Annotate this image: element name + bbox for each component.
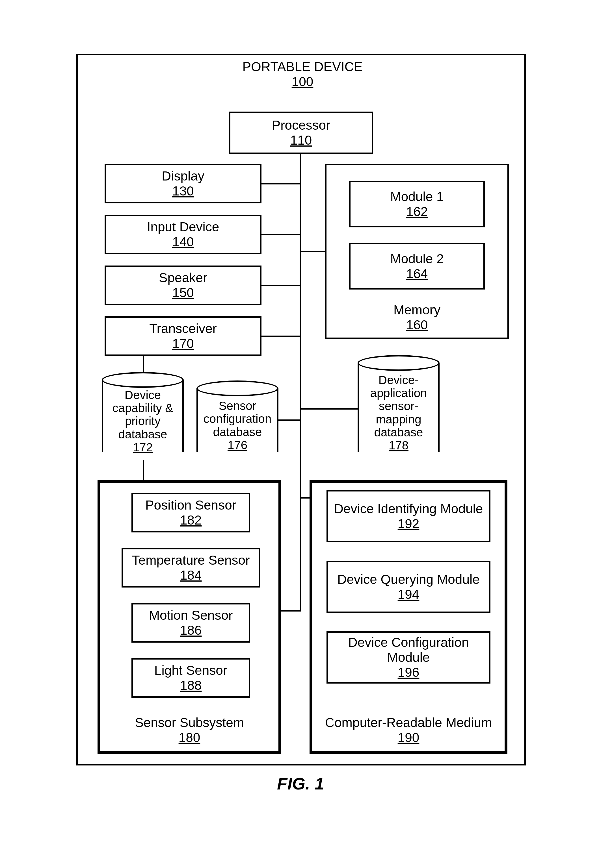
input-device-box: Input Device 140 (105, 215, 261, 254)
container-title-text: PORTABLE DEVICE (242, 59, 362, 74)
temp-num: 184 (180, 568, 202, 583)
conn-input (261, 234, 301, 235)
light-num: 188 (180, 678, 202, 693)
motion-title: Motion Sensor (149, 608, 233, 623)
devq-title: Device Querying Module (337, 572, 480, 587)
figure-caption: FIG. 1 (277, 774, 324, 794)
devid-num: 192 (398, 516, 419, 531)
processor-title: Processor (272, 118, 330, 133)
db-map-l5: database (374, 426, 423, 439)
db-cap-l4: database (118, 428, 167, 441)
input-title: Input Device (147, 220, 219, 234)
pos-title: Position Sensor (145, 498, 236, 513)
processor-num: 110 (290, 133, 312, 148)
module1-num: 162 (406, 204, 428, 219)
temp-title: Temperature Sensor (132, 553, 250, 568)
light-title: Light Sensor (154, 663, 227, 678)
conn-db-scfg (278, 420, 301, 421)
motion-sensor-box: Motion Sensor 186 (132, 603, 250, 643)
temperature-sensor-box: Temperature Sensor 184 (121, 548, 260, 587)
pos-num: 182 (180, 513, 202, 528)
device-identifying-module-box: Device Identifying Module 192 (326, 490, 491, 542)
conn-transceiver (261, 336, 301, 337)
db-map-l3: sensor- (379, 400, 418, 413)
conn-speaker (261, 285, 301, 286)
memory-num: 160 (406, 318, 428, 332)
sensorsub-num: 180 (179, 730, 200, 745)
module1-box: Module 1 162 (349, 181, 485, 227)
conn-db-cap-v (143, 356, 144, 374)
db-cap-l3: priority (125, 415, 160, 428)
db-map-l2: application (370, 387, 427, 400)
db-cap-num: 172 (133, 441, 153, 454)
page: PORTABLE DEVICE 100 Processor 110 Displa… (0, 0, 612, 868)
devc-title: Device Configuration Module (334, 635, 483, 665)
memory-title: Memory (393, 302, 440, 318)
conn-crm (300, 497, 311, 499)
device-querying-module-box: Device Querying Module 194 (326, 561, 491, 613)
container-num: 100 (292, 74, 314, 89)
module2-num: 164 (406, 267, 428, 281)
display-num: 130 (172, 184, 194, 198)
devq-num: 194 (398, 587, 419, 602)
figure-caption-text: FIG. 1 (277, 774, 324, 793)
speaker-title: Speaker (159, 270, 207, 285)
bus-vertical (300, 154, 301, 612)
devid-title: Device Identifying Module (334, 501, 483, 516)
display-box: Display 130 (105, 164, 261, 203)
db-scfg-l3: database (213, 426, 262, 439)
speaker-num: 150 (172, 285, 194, 300)
sensorsub-title: Sensor Subsystem (135, 715, 244, 730)
db-cap-l1: Device (125, 389, 161, 401)
module2-title: Module 2 (390, 251, 444, 267)
db-scfg-l2: configuration (203, 412, 272, 425)
input-num: 140 (172, 234, 194, 250)
speaker-box: Speaker 150 (105, 265, 261, 305)
db-cap-l2: capability & (112, 401, 173, 415)
processor-box: Processor 110 (229, 112, 373, 154)
conn-cap-to-sensorsub (143, 460, 144, 482)
transceiver-num: 170 (172, 336, 194, 351)
transceiver-title: Transceiver (149, 321, 217, 336)
motion-num: 186 (180, 623, 202, 638)
conn-display (261, 183, 301, 184)
light-sensor-box: Light Sensor 188 (132, 658, 250, 698)
conn-sensorsub (281, 610, 301, 612)
devc-num: 196 (398, 665, 419, 680)
transceiver-box: Transceiver 170 (105, 316, 261, 356)
position-sensor-box: Position Sensor 182 (132, 493, 250, 532)
db-mapping: Device- application sensor- mapping data… (357, 363, 440, 452)
device-configuration-module-box: Device Configuration Module 196 (326, 631, 491, 684)
display-title: Display (162, 169, 204, 184)
conn-memory (300, 251, 326, 252)
crm-title: Computer-Readable Medium (325, 715, 492, 730)
module1-title: Module 1 (390, 189, 444, 204)
db-map-num: 178 (389, 439, 409, 452)
db-sensorcfg: Sensor configuration database 176 (196, 388, 278, 452)
conn-db-map (300, 408, 359, 409)
module2-box: Module 2 164 (349, 243, 485, 290)
db-scfg-num: 176 (228, 439, 247, 452)
db-scfg-l1: Sensor (219, 399, 256, 412)
crm-num: 190 (398, 730, 419, 745)
db-map-l4: mapping (376, 413, 421, 426)
portable-device-title: PORTABLE DEVICE 100 (232, 59, 373, 89)
db-map-l1: Device- (379, 374, 419, 387)
db-capability: Device capability & priority database 17… (102, 380, 184, 452)
